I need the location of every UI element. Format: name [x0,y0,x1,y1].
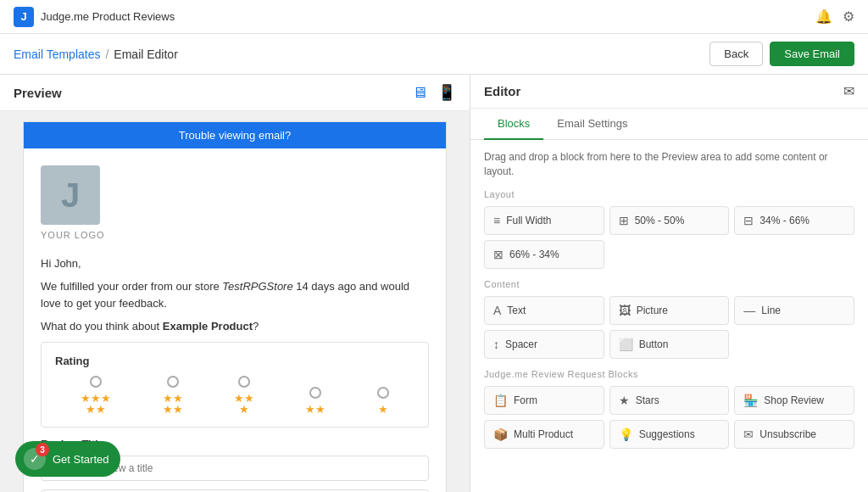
blocks-hint: Drag and drop a block from here to the P… [484,150,854,179]
block-stars-label: Stars [636,394,659,406]
stars-5: ★ [378,404,388,415]
block-shop-review[interactable]: 🏪 Shop Review [734,386,854,415]
email-greeting: Hi John, [41,257,429,270]
top-bar-right: 🔔 ⚙ [815,8,854,25]
app-title: Judge.me Product Reviews [41,10,175,23]
back-button[interactable]: Back [709,42,763,66]
email-product-name: Example Product [163,320,253,333]
email-body-line2: What do you think about Example Product? [41,318,429,335]
preview-header: Preview 🖥 📱 [0,75,470,111]
radio-2[interactable] [167,376,179,388]
get-started-icon-wrapper: ✓ 3 [24,448,46,470]
email-store-name: TestRPGStore [222,280,292,293]
rating-col-4[interactable]: ★★ [305,387,326,415]
notification-icon[interactable]: 🔔 [815,8,832,25]
block-multi-product[interactable]: 📦 Multi Product [484,420,604,449]
sub-header-actions: Back Save Email [709,42,854,66]
preview-title: Preview [14,86,62,100]
review-blocks-grid: 📋 Form ★ Stars 🏪 Shop Review 📦 Multi Pro… [484,386,854,449]
radio-5[interactable] [377,387,389,399]
desktop-view-icon[interactable]: 🖥 [412,84,427,102]
66-34-icon: ⊠ [493,248,504,261]
preview-content: Trouble viewing email? J YOUR LOGO Hi Jo… [0,111,470,492]
block-form[interactable]: 📋 Form [484,386,604,415]
block-line-label: Line [761,305,781,316]
breadcrumb: Email Templates / Email Editor [14,48,178,61]
block-unsubscribe-label: Unsubscribe [760,428,816,440]
block-stars[interactable]: ★ Stars [609,386,730,415]
line-icon: — [743,304,755,317]
shop-review-icon: 🏪 [743,394,758,407]
email-body-line1: We fulfilled your order from our store T… [41,278,429,311]
34-66-icon: ⊟ [743,214,754,227]
50-50-icon: ⊞ [619,214,629,227]
block-spacer-label: Spacer [505,338,537,350]
block-shop-review-label: Shop Review [764,394,824,406]
editor-header: Editor ✉ [470,75,868,109]
block-full-width-label: Full Width [506,215,551,226]
block-full-width[interactable]: ≡ Full Width [484,206,604,235]
rating-col-2[interactable]: ★★★★ [163,376,183,415]
main-layout: Preview 🖥 📱 Trouble viewing email? J YOU… [0,75,868,492]
save-email-button[interactable]: Save Email [770,42,854,66]
rating-col-5[interactable]: ★ [377,387,389,415]
button-icon: ⬜ [619,338,633,351]
stars-3: ★★★ [234,393,254,415]
radio-3[interactable] [238,376,250,388]
get-started-bubble[interactable]: ✓ 3 Get Started [15,441,120,477]
breadcrumb-separator: / [105,48,108,61]
comment-textarea[interactable] [41,489,429,493]
editor-email-icon[interactable]: ✉ [843,83,854,99]
email-body-line1-prefix: We fulfilled your order from our store [41,280,222,293]
trouble-bar[interactable]: Trouble viewing email? [24,122,446,148]
tab-blocks[interactable]: Blocks [484,109,543,140]
logo-box: J [41,165,100,225]
block-text-label: Text [507,305,526,316]
rating-label: Rating [55,355,415,367]
preview-panel: Preview 🖥 📱 Trouble viewing email? J YOU… [0,75,470,492]
radio-1[interactable] [90,376,102,388]
block-button[interactable]: ⬜ Button [609,330,730,359]
get-started-label: Get Started [53,453,108,466]
review-blocks-section-label: Judge.me Review Request Blocks [484,369,854,379]
content-blocks-grid: A Text 🖼 Picture — Line ↕ Spacer ⬜ Bu [484,296,854,359]
spacer-icon: ↕ [493,338,499,351]
editor-panel: Editor ✉ Blocks Email Settings Drag and … [470,75,868,492]
block-50-50[interactable]: ⊞ 50% - 50% [609,206,730,235]
email-body-line2-prefix: What do you think about [41,320,163,333]
logo-label: YOUR LOGO [41,230,105,240]
rating-box: Rating ★★★★★ ★★★★ [41,342,429,428]
tab-email-settings[interactable]: Email Settings [543,109,641,140]
block-66-34-label: 66% - 34% [509,249,559,260]
rating-col-3[interactable]: ★★★ [234,376,254,415]
mobile-view-icon[interactable]: 📱 [437,83,456,102]
radio-4[interactable] [309,387,321,399]
breadcrumb-link[interactable]: Email Templates [14,48,100,61]
layout-blocks-grid: ≡ Full Width ⊞ 50% - 50% ⊟ 34% - 66% ⊠ 6… [484,206,854,269]
suggestions-icon: 💡 [619,428,633,441]
block-line[interactable]: — Line [734,296,854,325]
block-spacer[interactable]: ↕ Spacer [484,330,604,359]
form-icon: 📋 [493,394,508,407]
breadcrumb-current: Email Editor [114,48,177,61]
layout-section-label: Layout [484,189,854,199]
preview-view-toggle: 🖥 📱 [412,83,456,102]
block-34-66-label: 34% - 66% [760,215,810,226]
text-icon: A [493,304,501,317]
stars-4: ★★ [305,404,326,415]
logo-letter: J [61,176,80,215]
block-picture[interactable]: 🖼 Picture [609,296,730,325]
block-suggestions[interactable]: 💡 Suggestions [609,420,730,449]
block-picture-label: Picture [637,305,668,316]
block-66-34[interactable]: ⊠ 66% - 34% [484,240,604,269]
full-width-icon: ≡ [493,214,500,227]
unsubscribe-icon: ✉ [743,428,754,441]
rating-col-1[interactable]: ★★★★★ [81,376,111,415]
app-icon: J [14,7,34,27]
stars-2: ★★★★ [163,393,183,415]
top-bar: J Judge.me Product Reviews 🔔 ⚙ [0,0,868,34]
block-34-66[interactable]: ⊟ 34% - 66% [734,206,854,235]
block-unsubscribe[interactable]: ✉ Unsubscribe [734,420,854,449]
block-text[interactable]: A Text [484,296,604,325]
settings-icon[interactable]: ⚙ [843,8,854,25]
